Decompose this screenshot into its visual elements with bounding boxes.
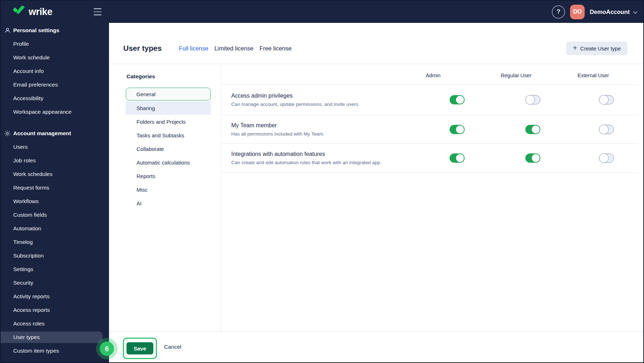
category-item-automatic-calculations[interactable]: Automatic calculations: [126, 156, 211, 169]
categories-title: Categories: [127, 73, 155, 80]
categories-list: GeneralSharingFolders and ProjectsTasks …: [126, 88, 211, 210]
toggle-admin[interactable]: [450, 125, 465, 134]
wrike-logo[interactable]: wrike: [13, 1, 53, 23]
avatar[interactable]: DO: [570, 5, 585, 19]
save-annotation-outline: Save: [123, 338, 157, 359]
topbar: wrike ? DO DemoAccount: [1, 1, 643, 23]
permission-row: Access admin privileges Can manage accou…: [221, 84, 638, 115]
cancel-button[interactable]: Cancel: [164, 344, 181, 350]
permission-row: Integrations with automation features Ca…: [221, 143, 638, 173]
category-item-ai[interactable]: AI: [126, 196, 211, 210]
plus-icon: +: [573, 44, 577, 51]
tab-full-license[interactable]: Full license: [179, 45, 208, 52]
wrike-logo-text: wrike: [29, 6, 53, 18]
permissions-table: Admin Regular User External User Access …: [221, 64, 643, 331]
categories-panel: Categories GeneralSharingFolders and Pro…: [109, 64, 221, 331]
toggle-admin[interactable]: [450, 153, 465, 163]
permission-title: Access admin privileges: [231, 93, 360, 99]
category-item-misc[interactable]: Misc: [126, 183, 211, 196]
sidebar-item-request-forms[interactable]: Request forms: [1, 181, 109, 195]
gear-icon: [4, 130, 11, 137]
permission-description: Can create and edit automation rules tha…: [231, 160, 381, 165]
sidebar-item-subscription[interactable]: Subscription: [1, 249, 109, 263]
step-badge: 6: [100, 342, 114, 356]
toggle-admin[interactable]: [450, 95, 465, 104]
wrike-logo-icon: [13, 6, 25, 18]
category-item-collaborate[interactable]: Collaborate: [126, 142, 211, 156]
chevron-down-icon: [633, 9, 638, 15]
create-user-type-button[interactable]: + Create User type: [566, 41, 628, 55]
save-button[interactable]: Save: [127, 342, 153, 354]
sidebar-item-custom-item-types[interactable]: Custom item types: [1, 344, 109, 358]
toggle-external-user[interactable]: [599, 153, 614, 163]
permission-description: Can manage account, update permissions, …: [231, 102, 360, 107]
footer-bar: Save Cancel: [109, 331, 643, 362]
sidebar-item-work-schedules[interactable]: Work schedules: [1, 167, 109, 181]
column-header-regular-user: Regular User: [501, 66, 531, 84]
sidebar-item-workspace-appearance[interactable]: Workspace appearance: [1, 105, 109, 119]
toggle-external-user[interactable]: [599, 95, 614, 104]
wrike-settings-screen: wrike ? DO DemoAccount: [0, 0, 644, 363]
help-icon[interactable]: ?: [552, 5, 565, 19]
category-item-general[interactable]: General: [126, 88, 211, 100]
sidebar-item-activity-reports[interactable]: Activity reports: [1, 290, 109, 303]
permission-rows: Access admin privileges Can manage accou…: [221, 84, 638, 173]
sidebar-item-email-preferences[interactable]: Email preferences: [1, 78, 109, 92]
sidebar-item-work-schedule[interactable]: Work schedule: [1, 51, 109, 64]
sidebar-item-access-reports[interactable]: Access reports: [1, 303, 109, 317]
sidebar-item-custom-fields[interactable]: Custom fields: [1, 208, 109, 222]
sidebar-item-automation[interactable]: Automation: [1, 222, 109, 235]
sidebar-section-personal-settings: Personal settings: [1, 24, 109, 37]
permission-title: My Team member: [231, 122, 325, 129]
category-item-reports[interactable]: Reports: [126, 169, 211, 183]
sidebar-item-profile[interactable]: Profile: [1, 37, 109, 51]
toggle-regular-user[interactable]: [525, 125, 540, 134]
sidebar-item-access-roles[interactable]: Access roles: [1, 317, 109, 330]
toggle-external-user[interactable]: [599, 125, 614, 134]
tab-free-license[interactable]: Free license: [259, 45, 292, 52]
sidebar-item-workflows[interactable]: Workflows: [1, 195, 109, 208]
category-item-folders-and-projects[interactable]: Folders and Projects: [126, 115, 211, 128]
permission-title: Integrations with automation features: [231, 151, 381, 157]
sidebar-item-timelog[interactable]: Timelog: [1, 235, 109, 249]
account-name: DemoAccount: [590, 9, 630, 15]
page-title: User types: [123, 44, 162, 53]
sidebar-item-security[interactable]: Security: [1, 276, 109, 290]
permission-row: My Team member Has all permissions inclu…: [221, 115, 638, 143]
sidebar-item-accessibility[interactable]: Accessibility: [1, 92, 109, 105]
sidebar-section-account-management: Account management: [1, 127, 109, 140]
toggle-regular-user[interactable]: [525, 95, 540, 104]
tab-limited-license[interactable]: Limited license: [214, 45, 253, 52]
sidebar-item-users[interactable]: Users: [1, 140, 109, 154]
account-menu[interactable]: DemoAccount: [590, 8, 638, 15]
license-tabs: Full license Limited license Free licens…: [179, 45, 292, 52]
sidebar: Personal settings ProfileWork scheduleAc…: [1, 23, 109, 362]
sidebar-item-settings[interactable]: Settings: [1, 263, 109, 276]
category-item-tasks-and-subtasks[interactable]: Tasks and Subtasks: [126, 128, 211, 142]
hamburger-menu-icon[interactable]: [94, 8, 101, 15]
category-item-sharing[interactable]: Sharing: [126, 101, 211, 115]
sidebar-item-user-types[interactable]: User types: [1, 332, 103, 343]
column-header-external-user: External User: [578, 66, 609, 84]
permission-description: Has all permissions included with My Tea…: [231, 131, 325, 137]
sidebar-item-job-roles[interactable]: Job roles: [1, 154, 109, 167]
person-icon: [4, 27, 11, 34]
content-body: Categories GeneralSharingFolders and Pro…: [109, 64, 643, 331]
toggle-regular-user[interactable]: [525, 153, 540, 163]
sidebar-item-account-info[interactable]: Account info: [1, 64, 109, 78]
content-header: User types Full license Limited license …: [109, 23, 643, 64]
column-header-admin: Admin: [426, 66, 440, 84]
topbar-right: ? DO DemoAccount: [552, 1, 638, 23]
